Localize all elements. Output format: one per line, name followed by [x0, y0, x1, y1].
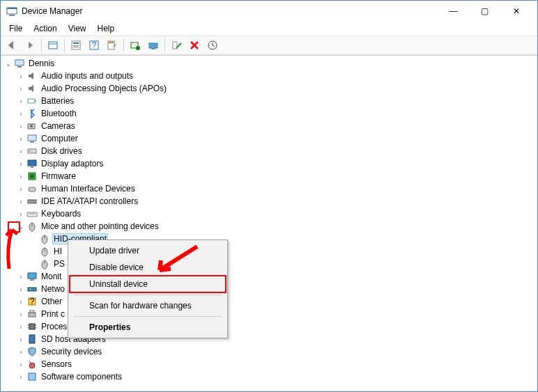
chevron-right-icon[interactable]: ›	[16, 334, 26, 344]
menu-help[interactable]: Help	[92, 22, 121, 35]
chevron-right-icon[interactable]: ›	[16, 109, 26, 118]
help-button[interactable]: ?	[86, 37, 102, 54]
action-button[interactable]	[104, 37, 121, 54]
properties-button[interactable]	[68, 37, 84, 54]
item-label: Batteries	[40, 95, 75, 107]
tree-item[interactable]: › Computer	[16, 132, 537, 145]
device-tree-pane[interactable]: ⌄ Dennis › Audio inputs and outputs › Au…	[1, 55, 537, 391]
item-label: PS	[52, 258, 66, 269]
tree-item[interactable]: › Display adaptors	[16, 157, 537, 170]
ctx-disable-device[interactable]: Disable device	[70, 259, 226, 276]
item-label: IDE ATA/ATAPI controllers	[40, 196, 139, 207]
ctx-uninstall-device[interactable]: Uninstall device	[70, 276, 226, 292]
chevron-down-icon[interactable]: ⌄	[3, 58, 13, 68]
root-label: Dennis	[27, 58, 56, 69]
tree-item[interactable]: › Firmware	[16, 170, 537, 182]
scan-hardware-button[interactable]	[204, 37, 221, 54]
svg-rect-51	[29, 313, 36, 317]
chevron-right-icon[interactable]: ›	[16, 309, 26, 319]
chevron-right-icon[interactable]: ›	[16, 209, 26, 219]
kb-icon	[26, 208, 38, 219]
svg-text:?: ?	[30, 297, 35, 306]
audio-icon	[26, 70, 38, 81]
ctx-properties[interactable]: Properties	[70, 319, 226, 336]
scan-button[interactable]	[145, 37, 162, 54]
sw-icon	[26, 371, 38, 382]
chevron-right-icon[interactable]: ›	[16, 134, 26, 143]
disp-icon	[26, 158, 38, 169]
tree-item[interactable]: › IDE ATA/ATAPI controllers	[16, 195, 537, 207]
chevron-right-icon[interactable]: ›	[16, 146, 26, 156]
ctx-update-driver[interactable]: Update driver	[70, 242, 226, 259]
chevron-right-icon[interactable]: ›	[16, 84, 26, 93]
chevron-right-icon[interactable]: ›	[16, 347, 26, 356]
tree-item[interactable]: › Sensors	[16, 358, 537, 370]
svg-rect-47	[28, 288, 36, 291]
chevron-right-icon[interactable]: ›	[16, 196, 26, 206]
tree-item[interactable]: › Software components	[16, 370, 537, 383]
tree-item[interactable]: › Cameras	[16, 120, 537, 132]
chevron-right-icon[interactable]: ›	[16, 372, 26, 382]
uninstall-button[interactable]	[186, 37, 203, 54]
toolbar: ?	[1, 36, 537, 55]
tree-item[interactable]: › Human Interface Devices	[16, 182, 537, 195]
item-label: Keyboards	[40, 208, 82, 219]
svg-rect-61	[29, 373, 36, 380]
minimize-button[interactable]: —	[438, 1, 469, 22]
back-button[interactable]	[3, 37, 20, 54]
chevron-right-icon[interactable]: ›	[16, 121, 26, 131]
svg-rect-32	[30, 174, 34, 178]
enable-button[interactable]	[168, 37, 185, 54]
svg-rect-33	[29, 187, 36, 191]
menu-action[interactable]: Action	[28, 22, 62, 35]
menu-separator	[74, 295, 222, 295]
svg-point-14	[136, 46, 140, 50]
svg-rect-8	[73, 47, 79, 47]
tree-item[interactable]: ⌄ Mice and other pointing devices	[16, 220, 537, 233]
tree-item[interactable]: › Audio inputs and outputs	[16, 70, 537, 82]
chevron-down-icon[interactable]: ⌄	[16, 221, 26, 231]
tree-item[interactable]: › Batteries	[16, 95, 537, 107]
chevron-right-icon[interactable]: ›	[16, 297, 26, 306]
show-hidden-button[interactable]	[45, 37, 61, 54]
chevron-right-icon[interactable]: ›	[16, 284, 26, 294]
svg-rect-7	[73, 45, 79, 46]
chevron-right-icon[interactable]: ›	[16, 322, 26, 331]
battery-icon	[26, 95, 38, 107]
tree-item[interactable]: › Security devices	[16, 345, 537, 358]
menu-file[interactable]: File	[3, 22, 28, 35]
chevron-right-icon[interactable]: ›	[16, 71, 26, 81]
ctx-scan-hardware[interactable]: Scan for hardware changes	[70, 297, 226, 314]
item-label: Disk drives	[40, 146, 84, 157]
audio-icon	[26, 83, 38, 94]
item-label: Audio inputs and outputs	[40, 70, 134, 81]
svg-rect-35	[27, 212, 37, 217]
comp-icon	[26, 133, 38, 144]
tree-item[interactable]: › Bluetooth	[16, 107, 537, 120]
svg-rect-53	[29, 324, 35, 329]
sec-icon	[26, 346, 38, 357]
menu-view[interactable]: View	[63, 22, 92, 35]
chevron-right-icon[interactable]: ›	[16, 171, 26, 181]
tree-item[interactable]: › Disk drives	[16, 145, 537, 157]
item-label: Software components	[40, 371, 123, 382]
maximize-button[interactable]: ▢	[469, 1, 500, 22]
chevron-right-icon[interactable]: ›	[16, 96, 26, 106]
update-driver-button[interactable]	[127, 37, 144, 54]
tree-item[interactable]: › Audio Processing Objects (APOs)	[16, 82, 537, 95]
svg-rect-52	[30, 311, 34, 313]
close-button[interactable]: ✕	[500, 1, 532, 22]
forward-button[interactable]	[22, 37, 38, 54]
chevron-right-icon[interactable]: ›	[16, 184, 26, 194]
svg-rect-58	[29, 335, 35, 343]
bt-icon	[26, 108, 38, 119]
tree-item[interactable]: › Keyboards	[16, 207, 537, 220]
chevron-right-icon[interactable]: ›	[16, 159, 26, 168]
chevron-right-icon[interactable]: ›	[16, 359, 26, 369]
chevron-right-icon[interactable]: ›	[16, 272, 26, 281]
item-label: HI	[52, 246, 63, 257]
tree-root[interactable]: ⌄ Dennis	[3, 57, 537, 70]
item-label: Bluetooth	[40, 108, 78, 119]
item-label: Proces	[40, 321, 68, 332]
svg-point-59	[29, 363, 35, 368]
